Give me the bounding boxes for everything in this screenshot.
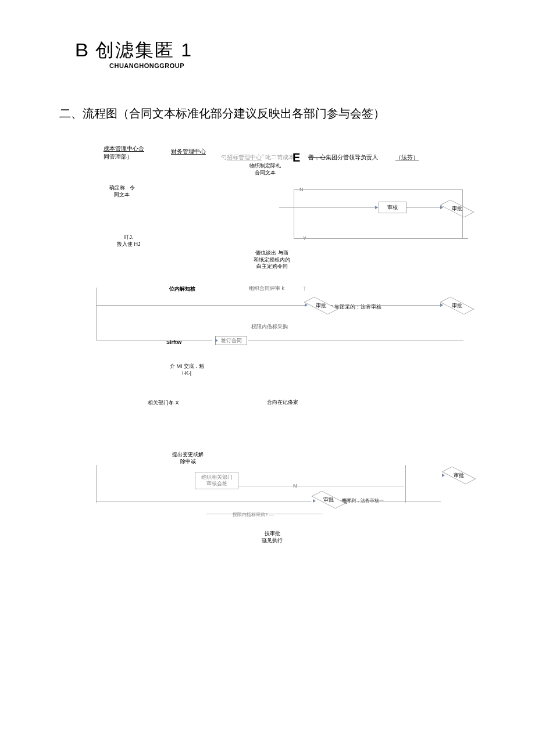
- connector-line: [96, 341, 212, 341]
- logo-subtitle: CHUANGHONGGROUP: [109, 62, 192, 69]
- section-heading: 二、流程图（合同文本标准化部分建议反映出各部门参与会签）: [59, 106, 385, 121]
- diamond-approve-4: 审批: [315, 494, 342, 506]
- connector-line: [342, 501, 441, 501]
- company-logo: B 创滤集匿 1 CHUANGHONGGROUP: [76, 38, 192, 69]
- diamond-approve-2: 审批: [308, 300, 334, 311]
- step-draft-standard: 物织制定际札 合同文本: [249, 163, 281, 176]
- lane-cost-center: 成本管理中心合: [104, 145, 144, 153]
- step-put-use: 叮J. 投入使 HJ: [117, 234, 141, 248]
- connector-line: [248, 341, 463, 341]
- connector-line: [405, 465, 406, 503]
- step-exec: 技审批 骚见执行: [262, 531, 283, 544]
- logo-main-text: 创滤集匿 1: [95, 40, 192, 60]
- diamond-approve-1: 审批: [444, 203, 470, 214]
- lane-tender-center: 勺招标管理中心" 叱二笥成本: [221, 153, 294, 162]
- connector-line: [96, 288, 97, 340]
- arrow-icon: [375, 206, 378, 209]
- connector-line: [294, 238, 468, 239]
- step-auth-tender2: 授限内指标采购? —: [233, 512, 274, 518]
- connector-line: [462, 189, 463, 239]
- step-change-request: 提出变更或解 除申诚: [172, 452, 204, 465]
- lane-e-marker: E: [293, 151, 300, 164]
- step-internal-check: 位内解知核: [169, 286, 195, 293]
- connector-line: [334, 305, 442, 306]
- step-confirm-text: 确定称 · 令 阿文本: [109, 185, 135, 198]
- step-related-dept: 相关部门冬 X: [148, 400, 179, 407]
- logo-text: B 创滤集匿 1: [76, 38, 192, 63]
- arrow-icon: [215, 339, 218, 342]
- step-filing: 合向在记俻案: [267, 399, 298, 406]
- lane-legal: （法芬）: [395, 153, 419, 162]
- diamond-approve-3: 审批: [444, 300, 470, 311]
- connector-line: [294, 189, 294, 239]
- connector-line: [96, 501, 311, 501]
- connector-line: [96, 305, 305, 306]
- marker-ow: ·|·: [302, 285, 306, 291]
- lane-cost-center-sub: 同管理部）: [104, 153, 133, 161]
- lane-finance-center: 财务管理中心: [171, 148, 206, 156]
- box-org-sign: 维织相关部门 审核会签: [195, 472, 238, 489]
- arrow-icon: [440, 206, 443, 209]
- lane-group-leader: 普，心集团分管领导负责人: [308, 153, 378, 162]
- step-auth-tender: 权限内借标采购: [251, 324, 288, 331]
- connector-line: [96, 465, 97, 503]
- document-page: B 创滤集匿 1 CHUANGHONGGROUP 二、流程图（合同文本标准化部分…: [0, 0, 535, 756]
- connector-line: [238, 486, 404, 486]
- arrow-icon: [313, 499, 316, 503]
- step-handover: 介 MI 交底 . 魁 I·K·|: [170, 363, 204, 377]
- box-review: 审核: [379, 202, 406, 213]
- step-negotiate: 侧也谈出 与商 和纸定授权内的 白主定购令同: [254, 250, 290, 270]
- arrow-icon: [305, 303, 308, 307]
- logo-prefix: B: [75, 40, 90, 61]
- connector-line: [206, 514, 323, 514]
- connector-line: [406, 207, 441, 208]
- box-sign-contract: 签订合同: [215, 336, 247, 345]
- arrow-icon: [442, 474, 445, 477]
- arrow-icon: [440, 303, 443, 307]
- step-org-review: 组织合同评审 k: [249, 285, 284, 292]
- diamond-approve-5: 审批: [445, 470, 472, 481]
- connector-line: [294, 189, 462, 190]
